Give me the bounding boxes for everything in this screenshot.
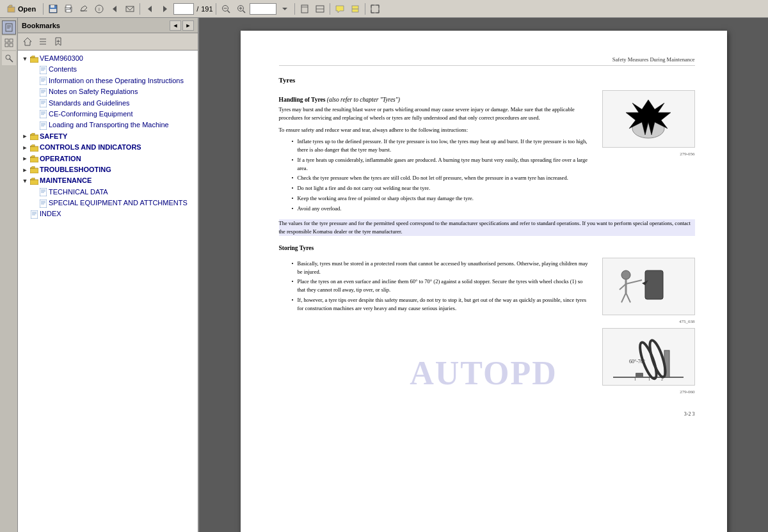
fullscreen-icon <box>371 4 380 13</box>
separator6 <box>365 3 365 15</box>
tree-item-controls[interactable]: ► CONTROLS AND INDICATORS <box>18 142 198 153</box>
print-icon <box>64 4 73 13</box>
save-button[interactable] <box>46 2 60 16</box>
notes-page-icon <box>38 88 47 97</box>
tree-item-root[interactable]: ▼ VEAM960300 <box>18 53 198 64</box>
tech-data-label: TECHNICAL DATA <box>49 187 195 197</box>
panel-expand-button[interactable] <box>36 35 50 48</box>
svg-rect-67 <box>40 121 47 130</box>
person-svg <box>610 261 687 312</box>
pdf-bullet1-6: Avoid any overload. <box>292 205 592 213</box>
info-button[interactable]: i <box>92 2 106 16</box>
svg-rect-23 <box>301 5 308 13</box>
notes-safety-label: Notes on Safety Regulations <box>49 87 195 97</box>
tree-item-loading[interactable]: ► Loading and Transporting the Machine <box>18 120 198 130</box>
fullscreen-button[interactable] <box>368 2 382 16</box>
highlight-button[interactable] <box>348 2 362 16</box>
edit-button[interactable] <box>77 2 91 16</box>
page-separator: / <box>196 5 198 13</box>
pdf-section-title: Tyres <box>279 76 695 84</box>
thumbnails-side-button[interactable] <box>2 36 16 50</box>
bookmarks-tree: ▼ VEAM960300 ► <box>18 51 198 532</box>
email-icon <box>125 4 134 13</box>
comment-button[interactable] <box>333 2 347 16</box>
zoom-out-button[interactable] <box>219 2 233 16</box>
operation-label: OPERATION <box>40 154 195 164</box>
bookmarks-side-button[interactable] <box>2 20 16 35</box>
panel-navigation: ◄ ► <box>170 20 194 31</box>
next-page-button[interactable] <box>158 2 172 16</box>
tree-item-info[interactable]: ► Information on these Operating Instruc… <box>18 75 198 86</box>
info-label: Information on these Operating Instructi… <box>49 76 195 86</box>
svg-rect-55 <box>40 88 47 97</box>
index-page-icon <box>29 210 38 219</box>
tech-page-icon <box>38 188 47 197</box>
pdf-para1: Tyres may burst and the resulting blast … <box>279 106 592 122</box>
pdf-header: Safety Measures During Maintenance <box>279 56 695 66</box>
subsec1-title: Handling of Tyres <box>279 97 326 103</box>
zoom-dropdown-button[interactable] <box>278 2 292 16</box>
tree-item-notes-safety[interactable]: ► Notes on Safety Regulations <box>18 86 198 97</box>
open-label: Open <box>18 5 36 13</box>
tree-item-maintenance[interactable]: ▼ MAINTENANCE <box>18 175 198 186</box>
tree-item-tech-data[interactable]: ► TECHNICAL DATA <box>18 187 198 198</box>
img1-caption: 279-056 <box>602 152 695 157</box>
next-page-icon <box>161 4 170 13</box>
tree-item-special[interactable]: ► SPECIAL EQUIPMENT AND ATTCHMENTS <box>18 198 198 208</box>
prev-page-button[interactable] <box>143 2 157 16</box>
tree-item-operation[interactable]: ► OPERATION <box>18 153 198 164</box>
panel-add-button[interactable] <box>51 35 65 48</box>
svg-rect-0 <box>8 7 15 12</box>
tree-item-contents[interactable]: ► Contents <box>18 64 198 75</box>
svg-rect-90 <box>645 270 663 299</box>
standards-label: Standards and Guidelines <box>49 98 195 108</box>
panel-home-button[interactable] <box>20 35 35 48</box>
open-button[interactable]: Open <box>3 2 40 16</box>
pdf-footer: 3-2 3 <box>279 411 695 417</box>
svg-rect-47 <box>40 66 47 74</box>
pdf-viewer[interactable]: AUTOPD Safety Measures During Maintenanc… <box>199 18 768 532</box>
tree-item-safety[interactable]: ► SAFETY <box>18 131 198 142</box>
pdf-content-row-2: Basically, tyres must be stored in a pro… <box>279 258 695 398</box>
print-button[interactable] <box>61 2 76 16</box>
svg-rect-59 <box>40 99 47 107</box>
svg-marker-11 <box>113 6 116 12</box>
fit-width-button[interactable] <box>313 2 327 16</box>
special-label: SPECIAL EQUIPMENT AND ATTCHMENTS <box>49 198 195 208</box>
img3-caption: 279-060 <box>602 389 695 395</box>
tree-item-troubleshoot[interactable]: ► TROUBLESHOOTING <box>18 164 198 175</box>
svg-line-17 <box>227 10 230 13</box>
panel-icon-bar <box>18 33 198 51</box>
separator4 <box>294 3 295 15</box>
svg-point-38 <box>6 55 10 59</box>
page-number-input[interactable]: 49 <box>173 3 194 15</box>
panel-title: Bookmarks <box>22 22 60 29</box>
pdf-para2: To ensure safety and reduce wear and tea… <box>279 126 592 134</box>
svg-text:i: i <box>99 6 100 12</box>
svg-rect-35 <box>10 39 13 42</box>
tree-item-index[interactable]: ► INDEX <box>18 208 198 219</box>
tree-item-ce[interactable]: ► CE-Conforming Equipment <box>18 109 198 120</box>
fit-page-button[interactable] <box>298 2 312 16</box>
maintenance-folder-icon <box>29 176 38 185</box>
back-button[interactable] <box>108 2 122 16</box>
svg-rect-6 <box>66 10 71 12</box>
pdf-page: AUTOPD Safety Measures During Maintenanc… <box>241 31 727 532</box>
panel-prev-button[interactable]: ◄ <box>170 20 181 31</box>
tree-item-standards[interactable]: ► Standards and Guidelines <box>18 98 198 109</box>
search-side-button[interactable] <box>2 51 16 65</box>
zoom-input[interactable]: 73,3% <box>250 3 276 15</box>
prev-page-icon <box>145 4 154 13</box>
svg-text:1: 1 <box>634 377 636 381</box>
svg-line-94 <box>626 280 642 284</box>
subsec1-note: (also refer to chapter "Tyres") <box>327 97 400 103</box>
pdf-bullet1-5: Keep the working area free of pointed or… <box>292 194 592 203</box>
panel-next-button[interactable]: ► <box>182 20 194 31</box>
zoom-in-icon <box>237 4 246 13</box>
page-total: 191 <box>201 5 212 13</box>
svg-rect-36 <box>5 43 8 47</box>
email-button[interactable] <box>123 2 137 16</box>
zoom-in-button[interactable] <box>234 2 248 16</box>
pdf-img-col-1: 279-056 <box>602 90 695 214</box>
fit-width-icon <box>316 4 324 13</box>
